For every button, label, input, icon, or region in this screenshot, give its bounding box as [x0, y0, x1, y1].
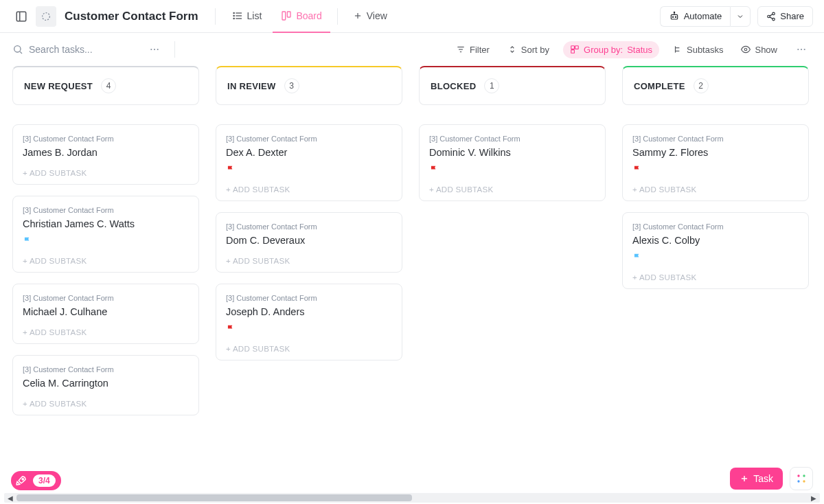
card-project-label: [3] Customer Contact Form [226, 135, 392, 143]
task-card[interactable]: [3] Customer Contact FormJames B. Jordan… [12, 124, 199, 185]
task-card[interactable]: [3] Customer Contact FormCelia M. Carrin… [12, 355, 199, 415]
svg-point-15 [675, 16, 676, 17]
subtasks-label: Subtasks [687, 45, 723, 55]
svg-point-27 [157, 49, 159, 50]
svg-point-46 [797, 480, 799, 482]
task-card[interactable]: [3] Customer Contact FormDex A. Dexter+ … [216, 124, 402, 201]
add-subtask-button[interactable]: + ADD SUBTASK [632, 181, 799, 194]
card-title: Sammy Z. Flores [632, 147, 799, 158]
column-header[interactable]: COMPLETE2 [622, 66, 809, 105]
card-title: Dex A. Dexter [226, 147, 392, 158]
priority-flag-icon[interactable] [429, 165, 595, 174]
column-title: COMPLETE [634, 81, 685, 91]
task-card[interactable]: [3] Customer Contact FormJoseph D. Ander… [216, 284, 402, 360]
task-card[interactable]: [3] Customer Contact FormChristian James… [12, 196, 199, 273]
task-card[interactable]: [3] Customer Contact FormMichael J. Culh… [12, 284, 199, 344]
column-header[interactable]: NEW REQUEST4 [12, 66, 199, 105]
add-subtask-button[interactable]: + ADD SUBTASK [226, 341, 392, 353]
priority-flag-icon[interactable] [226, 165, 392, 174]
svg-rect-31 [571, 46, 575, 49]
sort-button[interactable]: Sort by [503, 42, 553, 58]
add-subtask-button[interactable]: + ADD SUBTASK [632, 269, 799, 282]
priority-flag-icon[interactable] [23, 236, 189, 246]
tab-add-view[interactable]: View [345, 1, 396, 33]
header-actions: Automate Share [660, 6, 813, 27]
card-title: Christian James C. Watts [23, 218, 189, 229]
more-icon[interactable] [144, 39, 165, 60]
group-value: Status [627, 45, 652, 55]
priority-flag-icon[interactable] [226, 324, 392, 334]
column-count: 3 [284, 78, 299, 93]
task-card[interactable]: [3] Customer Contact FormAlexis C. Colby… [622, 212, 809, 289]
new-task-button[interactable]: Task [730, 468, 783, 490]
horizontal-scrollbar[interactable]: ◀ ▶ [4, 493, 820, 503]
toolbar-more-icon[interactable] [791, 39, 812, 60]
scroll-thumb[interactable] [16, 494, 412, 501]
cards-container: [3] Customer Contact FormDex A. Dexter+ … [216, 124, 402, 360]
tab-view-label: View [367, 10, 387, 21]
chevron-down-icon [736, 12, 744, 21]
column-count: 4 [101, 78, 116, 93]
add-subtask-button[interactable]: + ADD SUBTASK [23, 253, 189, 265]
group-icon [570, 45, 580, 54]
automate-label: Automate [684, 11, 722, 21]
svg-point-2 [43, 12, 50, 20]
board-column: BLOCKED1[3] Customer Contact FormDominic… [419, 66, 606, 475]
tab-board-label: Board [296, 10, 321, 21]
automate-split-button: Automate [660, 6, 751, 27]
automate-dropdown-button[interactable] [730, 6, 751, 27]
svg-line-21 [770, 14, 772, 15]
priority-flag-icon[interactable] [632, 253, 799, 262]
svg-point-23 [14, 46, 21, 52]
share-button[interactable]: Share [757, 6, 813, 27]
svg-rect-9 [282, 12, 286, 20]
column-header[interactable]: IN REVIEW3 [216, 66, 402, 105]
tab-list[interactable]: List [224, 1, 271, 33]
board-column: IN REVIEW3[3] Customer Contact FormDex A… [216, 66, 402, 475]
task-card[interactable]: [3] Customer Contact FormDom C. Deveraux… [216, 212, 402, 273]
add-subtask-button[interactable]: + ADD SUBTASK [429, 181, 595, 194]
task-card[interactable]: [3] Customer Contact FormDominic V. Wilk… [419, 124, 606, 201]
add-subtask-button[interactable]: + ADD SUBTASK [23, 324, 189, 336]
add-subtask-button[interactable]: + ADD SUBTASK [23, 396, 189, 408]
rocket-icon [15, 474, 27, 487]
card-title: Celia M. Carrington [23, 378, 189, 389]
show-button[interactable]: Show [737, 42, 781, 58]
onboarding-progress-button[interactable]: 3/4 [11, 471, 61, 490]
card-title: Dominic V. Wilkins [429, 147, 595, 158]
sidebar-toggle-icon[interactable] [11, 6, 32, 27]
search-input[interactable] [29, 44, 139, 55]
add-subtask-button[interactable]: + ADD SUBTASK [226, 181, 392, 194]
card-project-label: [3] Customer Contact Form [23, 294, 189, 302]
filter-button[interactable]: Filter [452, 42, 494, 58]
svg-rect-0 [16, 12, 26, 21]
priority-flag-icon[interactable] [632, 165, 799, 174]
loading-icon[interactable] [36, 6, 56, 27]
svg-point-38 [797, 49, 799, 50]
column-title: IN REVIEW [227, 81, 276, 91]
svg-point-39 [801, 49, 802, 50]
subtasks-icon [673, 45, 683, 54]
scroll-left-arrow[interactable]: ◀ [5, 494, 15, 502]
automate-button[interactable]: Automate [660, 6, 731, 27]
column-header[interactable]: BLOCKED1 [419, 66, 606, 105]
card-title: James B. Jordan [23, 147, 189, 158]
card-title: Michael J. Culhane [23, 306, 189, 317]
divider [215, 8, 216, 25]
subtasks-button[interactable]: Subtasks [669, 42, 727, 58]
svg-rect-33 [571, 50, 575, 54]
apps-button[interactable] [790, 467, 813, 490]
svg-point-7 [233, 15, 234, 16]
add-subtask-button[interactable]: + ADD SUBTASK [226, 253, 392, 265]
sort-icon [507, 45, 517, 54]
task-card[interactable]: [3] Customer Contact FormSammy Z. Flores… [622, 124, 809, 201]
card-project-label: [3] Customer Contact Form [23, 206, 189, 214]
group-button[interactable]: Group by: Status [563, 41, 659, 58]
scroll-right-arrow[interactable]: ▶ [809, 494, 819, 502]
svg-point-6 [233, 12, 234, 13]
tab-board[interactable]: Board [273, 1, 330, 33]
add-subtask-button[interactable]: + ADD SUBTASK [23, 165, 189, 177]
svg-point-26 [154, 49, 155, 50]
robot-icon [669, 11, 680, 22]
card-title: Dom C. Deveraux [226, 235, 392, 246]
